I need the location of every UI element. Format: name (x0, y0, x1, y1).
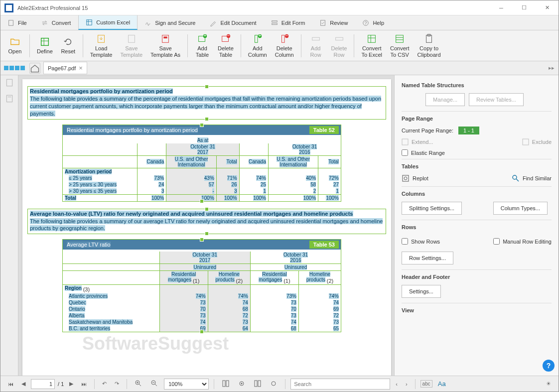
column-types-button[interactable]: Column Types... (493, 202, 548, 215)
find-similar-link[interactable]: Find Similar (512, 174, 552, 182)
save-icon (126, 33, 137, 44)
panel-title-columns: Columns (402, 191, 552, 197)
last-page-button[interactable]: ⏭ (79, 380, 89, 389)
save-template-as-button[interactable]: Save Template As (147, 32, 183, 59)
thumbnails-toggle-icon[interactable] (2, 64, 26, 72)
file-tab[interactable]: Page67.pdf × (43, 62, 87, 74)
tab-convert[interactable]: Convert (34, 15, 79, 30)
show-rows-checkbox[interactable]: Show Rows (402, 238, 440, 245)
replot-link[interactable]: Replot (402, 174, 428, 182)
help-icon: ? (362, 19, 369, 26)
view-mode-3-icon[interactable] (251, 378, 264, 390)
help-bubble-icon[interactable]: ? (543, 360, 555, 372)
tab-custom-excel[interactable]: Custom Excel (78, 15, 138, 30)
replot-icon (402, 174, 410, 182)
file-icon (7, 19, 14, 26)
review-tables-button[interactable]: Review Tables... (469, 93, 524, 106)
save-template-button: Save Template (117, 32, 145, 59)
copy-clipboard-button[interactable]: Copy to Clipboard (415, 32, 444, 59)
app-title: Able2Extract Professional 15 (17, 5, 88, 11)
view-mode-1-icon[interactable] (219, 378, 232, 390)
reset-button[interactable]: Reset (58, 35, 79, 56)
next-page-button[interactable]: ▶ (67, 379, 76, 389)
panel-title-rows: Rows (402, 224, 552, 230)
zoom-out-icon (150, 380, 158, 388)
splitting-settings-button[interactable]: Splitting Settings... (402, 202, 462, 215)
tab-edit-document[interactable]: Edit Document (203, 15, 264, 30)
exclude-link[interactable]: Exclude (522, 138, 552, 145)
manage-button[interactable]: Manage... (425, 93, 465, 106)
svg-rect-14 (162, 35, 169, 43)
page-input[interactable] (31, 379, 55, 389)
right-panel: Named Table Structures Manage...Review T… (394, 75, 559, 376)
menu-bar: File Convert Custom Excel Sign and Secur… (0, 15, 559, 30)
maximize-button[interactable]: ☐ (513, 0, 536, 15)
page-icon[interactable] (5, 78, 14, 87)
match-case-button[interactable]: Aa (435, 379, 448, 389)
section1-title: Residential mortgages portfolio by amort… (30, 88, 173, 94)
zoom-select[interactable]: 100% (164, 379, 209, 390)
elastic-range-checkbox[interactable]: Elastic Range (402, 149, 552, 156)
svg-rect-39 (6, 95, 12, 102)
panel-collapse-icon[interactable]: ▸▸ (549, 65, 555, 71)
add-table-icon: + (197, 33, 208, 44)
svg-text:+: + (258, 33, 261, 38)
zoom-out-button[interactable] (148, 378, 161, 390)
del-col-icon: − (279, 33, 290, 44)
tab-help[interactable]: ?Help (355, 15, 392, 30)
svg-line-52 (155, 384, 157, 386)
prev-page-button[interactable]: ◀ (19, 379, 28, 389)
search-input[interactable] (290, 379, 390, 390)
tab-edit-form[interactable]: Edit Form (264, 15, 313, 30)
tab-sign-secure[interactable]: Sign and Secure (138, 15, 203, 30)
document-viewport[interactable]: Residential mortgages portfolio by amort… (18, 75, 394, 376)
add-table-button[interactable]: +Add Table (192, 32, 213, 59)
search-prev-button[interactable]: ‹ (393, 380, 400, 389)
hf-settings-button[interactable]: Settings... (402, 285, 441, 298)
pdf-page: Residential mortgages portfolio by amort… (22, 79, 391, 376)
tab-review[interactable]: Review (312, 15, 355, 30)
svg-rect-28 (312, 37, 319, 40)
view-mode-4-icon[interactable] (267, 378, 280, 390)
page-total: / 1 (58, 381, 64, 387)
define-button[interactable]: Define (34, 35, 56, 56)
add-row-icon (310, 33, 321, 44)
sign-icon (144, 19, 151, 26)
delete-column-button[interactable]: −Delete Column (272, 32, 297, 59)
search-icon (512, 174, 520, 182)
zoom-in-button[interactable] (132, 378, 145, 390)
convert-excel-button[interactable]: Convert To Excel (358, 32, 385, 59)
first-page-button[interactable]: ⏮ (5, 380, 16, 389)
row-settings-button[interactable]: Row Settings... (402, 252, 453, 264)
table2-badge: Table 53 (309, 241, 339, 249)
csv-icon (394, 33, 405, 44)
zoom-in-icon (135, 380, 142, 388)
del-table-icon: − (220, 33, 231, 44)
convert-csv-button[interactable]: Convert To CSV (387, 32, 413, 59)
brightness-icon[interactable]: ☀ (544, 379, 554, 389)
delete-table-button[interactable]: −Delete Table (215, 32, 237, 59)
search-next-button[interactable]: › (403, 380, 410, 389)
extend-link[interactable]: Extend... (402, 138, 433, 145)
manual-row-checkbox[interactable]: Manual Row Editing (493, 238, 552, 245)
attachment-icon[interactable] (5, 94, 14, 103)
minimize-button[interactable]: ─ (490, 0, 513, 15)
rotate-ccw-button[interactable]: ↶ (100, 379, 109, 389)
svg-text:+: + (204, 33, 207, 38)
svg-point-45 (513, 175, 517, 179)
rotate-cw-button[interactable]: ↷ (112, 379, 122, 389)
tab-file[interactable]: File (0, 15, 34, 30)
match-whole-word-button[interactable]: abc (420, 380, 432, 388)
close-button[interactable]: ✕ (536, 0, 559, 15)
svg-rect-4 (272, 20, 277, 22)
svg-rect-42 (523, 139, 529, 145)
close-tab-icon[interactable]: × (79, 64, 83, 72)
svg-text:−: − (227, 33, 230, 38)
view-mode-2-icon[interactable] (235, 378, 248, 390)
svg-rect-59 (258, 381, 261, 387)
add-column-button[interactable]: +Add Column (245, 32, 270, 59)
home-button[interactable] (29, 63, 40, 74)
load-template-button[interactable]: Load Template (87, 32, 116, 59)
document-tab-bar: Page67.pdf × ▸▸ (0, 61, 559, 75)
open-button[interactable]: Open (4, 35, 25, 56)
